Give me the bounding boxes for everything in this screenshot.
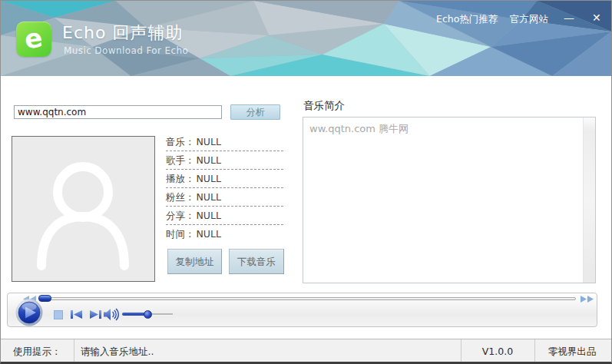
person-silhouette-icon bbox=[12, 137, 154, 281]
echo-logo-icon: e bbox=[23, 24, 45, 52]
version-text: V1.0.0 bbox=[461, 339, 534, 363]
status-separator bbox=[74, 339, 74, 363]
music-intro-textarea[interactable]: ww.qqtn.com 腾牛网 bbox=[303, 117, 596, 283]
info-value: NULL bbox=[197, 136, 221, 147]
info-label: 分享： bbox=[166, 210, 195, 221]
app-title: Echo 回声辅助 bbox=[62, 22, 183, 45]
status-bar: 使用提示： 请输入音乐地址.. V1.0.0 零视界出品 bbox=[1, 339, 611, 363]
copy-address-button[interactable]: 复制地址 bbox=[167, 249, 222, 274]
hint-label: 使用提示： bbox=[13, 339, 61, 363]
info-row-artist: 歌手：NULL bbox=[166, 151, 283, 170]
analyze-button[interactable]: 分析 bbox=[230, 104, 280, 120]
header: e Echo 回声辅助 Music Download For Echo Echo… bbox=[1, 1, 611, 76]
volume-slider[interactable] bbox=[122, 309, 173, 320]
info-label: 粉丝： bbox=[166, 191, 195, 203]
info-row-shares: 分享：NULL bbox=[166, 207, 283, 225]
next-icon bbox=[90, 310, 101, 319]
music-url-input[interactable] bbox=[14, 105, 222, 119]
hint-text: 请输入音乐地址.. bbox=[81, 339, 154, 363]
nav-link-echo-hot[interactable]: Echo热门推荐 bbox=[436, 13, 498, 26]
stop-icon bbox=[55, 311, 63, 319]
player-bar bbox=[7, 293, 597, 327]
previous-icon bbox=[71, 310, 82, 319]
info-label: 播放： bbox=[166, 173, 195, 184]
info-row-plays: 播放：NULL bbox=[166, 170, 283, 188]
info-value: NULL bbox=[197, 210, 221, 221]
previous-button[interactable] bbox=[71, 310, 82, 319]
minimize-button[interactable]: — bbox=[564, 12, 574, 24]
volume-icon[interactable] bbox=[104, 308, 120, 321]
info-value: NULL bbox=[197, 154, 221, 166]
info-value: NULL bbox=[197, 228, 221, 240]
stop-button[interactable] bbox=[54, 310, 63, 319]
publisher-text: 零视界出品 bbox=[534, 339, 610, 363]
app-logo: e bbox=[16, 22, 51, 57]
info-row-music: 音乐：NULL bbox=[166, 133, 283, 151]
info-value: NULL bbox=[197, 173, 221, 184]
download-music-button[interactable]: 下载音乐 bbox=[229, 249, 284, 274]
close-button[interactable]: ✕ bbox=[592, 12, 601, 24]
cover-placeholder bbox=[12, 136, 155, 282]
volume-thumb[interactable] bbox=[144, 310, 152, 319]
info-value: NULL bbox=[197, 191, 221, 203]
info-label: 时间： bbox=[166, 228, 195, 240]
info-label: 歌手： bbox=[166, 154, 195, 166]
play-button[interactable] bbox=[15, 299, 43, 326]
intro-scrollbar[interactable] bbox=[583, 117, 595, 283]
music-intro-text: ww.qqtn.com 腾牛网 bbox=[309, 122, 577, 136]
seek-track[interactable] bbox=[38, 297, 576, 300]
info-label: 音乐： bbox=[166, 136, 195, 147]
info-row-time: 时间：NULL bbox=[166, 225, 283, 243]
app-subtitle: Music Download For Echo bbox=[64, 45, 188, 56]
next-button[interactable] bbox=[90, 310, 101, 319]
app-window: e Echo 回声辅助 Music Download For Echo Echo… bbox=[0, 0, 612, 364]
music-intro-title: 音乐简介 bbox=[303, 99, 345, 113]
nav-link-official-site[interactable]: 官方网站 bbox=[510, 13, 548, 26]
fast-forward-icon[interactable] bbox=[581, 296, 594, 303]
info-row-fans: 粉丝：NULL bbox=[166, 188, 283, 207]
track-info-list: 音乐：NULL 歌手：NULL 播放：NULL 粉丝：NULL 分享：NULL … bbox=[166, 133, 283, 243]
